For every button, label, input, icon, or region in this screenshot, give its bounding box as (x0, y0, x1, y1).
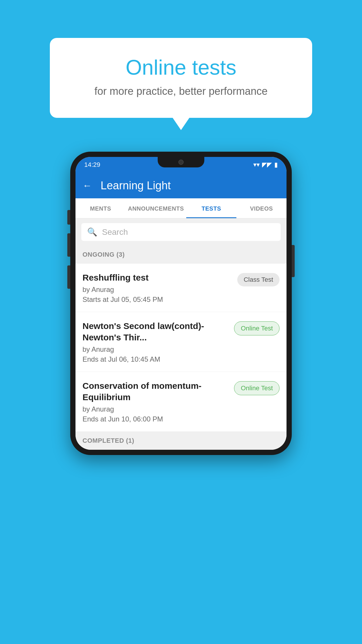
search-container: 🔍 Search (75, 218, 287, 246)
test-item[interactable]: Conservation of momentum-Equilibrium by … (75, 372, 287, 432)
test-author: by Anurag (82, 405, 229, 413)
test-info: Reshuffling test by Anurag Starts at Jul… (82, 272, 233, 304)
wifi-icon: ▾▾ (253, 161, 260, 169)
signal-icon: ◤◤ (262, 161, 272, 169)
app-title: Learning Light (101, 179, 171, 192)
phone-button-volume-down (67, 265, 70, 289)
test-name: Newton's Second law(contd)-Newton's Thir… (82, 320, 229, 343)
bubble-subtitle: for more practice, better performance (73, 85, 289, 97)
test-info: Newton's Second law(contd)-Newton's Thir… (82, 320, 229, 363)
front-camera (178, 160, 184, 165)
speech-bubble: Online tests for more practice, better p… (50, 38, 312, 118)
tests-list: Reshuffling test by Anurag Starts at Jul… (75, 264, 287, 432)
test-badge-online: Online Test (234, 321, 280, 335)
phone-button-power (292, 245, 295, 277)
phone-button-volume-up (67, 233, 70, 257)
test-item[interactable]: Reshuffling test by Anurag Starts at Jul… (75, 264, 287, 312)
search-input[interactable]: Search (102, 228, 128, 237)
test-info: Conservation of momentum-Equilibrium by … (82, 380, 229, 423)
tab-tests[interactable]: TESTS (186, 198, 236, 218)
tabs-bar: MENTS ANNOUNCEMENTS TESTS VIDEOS (75, 198, 287, 218)
search-icon: 🔍 (87, 227, 97, 237)
phone-frame: 14:29 ▾▾ ◤◤ ▮ ← Learning Light MENTS ANN… (70, 152, 292, 455)
phone-button-volume-indicator (67, 210, 70, 225)
test-date: Starts at Jul 05, 05:45 PM (82, 295, 233, 304)
phone-screen: 14:29 ▾▾ ◤◤ ▮ ← Learning Light MENTS ANN… (75, 157, 287, 450)
search-box[interactable]: 🔍 Search (81, 223, 281, 241)
test-date: Ends at Jun 10, 06:00 PM (82, 415, 229, 423)
test-date: Ends at Jul 06, 10:45 AM (82, 355, 229, 363)
back-button[interactable]: ← (82, 180, 92, 191)
test-badge-class: Class Test (237, 273, 280, 286)
test-name: Reshuffling test (82, 272, 233, 283)
ongoing-section-header: ONGOING (3) (75, 246, 287, 264)
test-author: by Anurag (82, 286, 233, 294)
bubble-title: Online tests (73, 55, 289, 79)
test-item[interactable]: Newton's Second law(contd)-Newton's Thir… (75, 312, 287, 372)
test-author: by Anurag (82, 345, 229, 354)
tab-ments[interactable]: MENTS (75, 198, 126, 218)
status-time: 14:29 (84, 161, 100, 169)
phone-notch (158, 157, 204, 167)
app-bar: ← Learning Light (75, 173, 287, 198)
test-name: Conservation of momentum-Equilibrium (82, 380, 229, 403)
completed-section-header: COMPLETED (1) (75, 432, 287, 450)
tab-announcements[interactable]: ANNOUNCEMENTS (126, 198, 186, 218)
test-badge-online-2: Online Test (234, 381, 280, 395)
speech-bubble-wrapper: Online tests for more practice, better p… (50, 38, 312, 118)
tab-videos[interactable]: VIDEOS (236, 198, 287, 218)
battery-icon: ▮ (274, 161, 278, 169)
status-icons: ▾▾ ◤◤ ▮ (253, 161, 278, 169)
phone-wrapper: 14:29 ▾▾ ◤◤ ▮ ← Learning Light MENTS ANN… (70, 152, 292, 455)
